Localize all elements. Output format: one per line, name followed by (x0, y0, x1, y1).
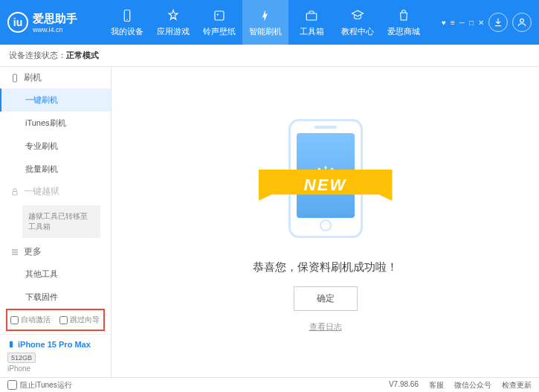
version-label: V7.98.66 (389, 380, 419, 391)
main-nav: 我的设备 应用游戏 铃声壁纸 智能刷机 工具箱 教程中心 爱思商城 (104, 0, 434, 45)
nav-apps-games[interactable]: 应用游戏 (150, 0, 196, 45)
sidebar-item-pro-flash[interactable]: 专业刷机 (0, 135, 111, 158)
nav-smart-flash[interactable]: 智能刷机 (242, 0, 288, 45)
close-icon[interactable]: ✕ (478, 19, 484, 27)
device-name[interactable]: iPhone 15 Pro Max (7, 339, 103, 350)
device-info: iPhone 15 Pro Max 512GB iPhone (0, 334, 111, 377)
sidebar: 刷机 一键刷机 iTunes刷机 专业刷机 批量刷机 一键越狱 越狱工具已转移至… (0, 67, 112, 377)
svg-point-3 (217, 13, 219, 15)
device-storage: 512GB (7, 353, 36, 363)
footer-link-wechat[interactable]: 微信公众号 (454, 380, 491, 391)
sidebar-header-flash[interactable]: 刷机 (0, 67, 111, 89)
sidebar-item-itunes-flash[interactable]: iTunes刷机 (0, 112, 111, 135)
main-content: NEW 恭喜您，保资料刷机成功啦！ 确定 查看日志 (112, 67, 539, 377)
checkbox-block-itunes[interactable]: 阻止iTunes运行 (7, 380, 72, 391)
svg-rect-6 (13, 74, 17, 82)
sidebar-item-batch-flash[interactable]: 批量刷机 (0, 158, 111, 181)
sidebar-item-oneclick-flash[interactable]: 一键刷机 (0, 89, 111, 112)
download-button[interactable] (488, 13, 508, 32)
nav-toolbox[interactable]: 工具箱 (288, 0, 335, 45)
minimize-icon[interactable]: ─ (459, 19, 465, 27)
status-value: 正常模式 (66, 50, 99, 61)
footer: 阻止iTunes运行 V7.98.66 客服 微信公众号 检查更新 (0, 377, 539, 392)
status-bar: 设备连接状态： 正常模式 (0, 45, 539, 67)
checkbox-skip-guide[interactable]: 跳过向导 (59, 315, 100, 325)
nav-my-device[interactable]: 我的设备 (104, 0, 150, 45)
svg-point-1 (126, 19, 128, 20)
maximize-icon[interactable]: □ (469, 19, 474, 27)
sidebar-item-download-firmware[interactable]: 下载固件 (0, 286, 111, 306)
ok-button[interactable]: 确定 (294, 286, 358, 311)
jailbreak-note: 越狱工具已转移至工具箱 (22, 205, 100, 238)
nav-store[interactable]: 爱思商城 (381, 0, 427, 45)
view-log-link[interactable]: 查看日志 (309, 321, 342, 332)
app-logo-icon: iu (7, 12, 28, 33)
nav-tutorial[interactable]: 教程中心 (335, 0, 381, 45)
sidebar-header-more[interactable]: 更多 (0, 241, 111, 263)
svg-rect-8 (10, 341, 13, 347)
settings-icon[interactable]: ♥ (442, 19, 446, 27)
window-controls: ♥ ≡ ─ □ ✕ (442, 19, 484, 27)
device-icon (7, 339, 15, 350)
success-illustration: NEW (251, 112, 400, 245)
app-title: 爱思助手 (33, 12, 77, 26)
menu-icon[interactable]: ≡ (451, 19, 455, 27)
nav-ringtone-wallpaper[interactable]: 铃声壁纸 (196, 0, 242, 45)
title-bar: iu 爱思助手 www.i4.cn 我的设备 应用游戏 铃声壁纸 智能刷机 工具… (0, 0, 539, 45)
sidebar-item-other-tools[interactable]: 其他工具 (0, 263, 111, 286)
checkbox-auto-activate[interactable]: 自动激活 (10, 315, 51, 325)
user-button[interactable] (512, 13, 532, 32)
footer-link-update[interactable]: 检查更新 (502, 380, 532, 391)
status-label: 设备连接状态： (9, 50, 66, 61)
app-url: www.i4.cn (33, 26, 77, 33)
phone-icon (10, 74, 19, 83)
device-type: iPhone (7, 364, 103, 373)
svg-rect-4 (306, 13, 317, 20)
sidebar-header-jailbreak[interactable]: 一键越狱 (0, 181, 111, 202)
svg-rect-7 (13, 191, 17, 195)
checkbox-row: 自动激活 跳过向导 (6, 309, 105, 331)
list-icon (10, 248, 19, 257)
footer-link-support[interactable]: 客服 (429, 380, 444, 391)
success-message: 恭喜您，保资料刷机成功啦！ (253, 260, 398, 274)
svg-rect-2 (215, 11, 224, 20)
lock-icon (10, 187, 19, 196)
svg-point-5 (520, 19, 524, 22)
logo-area: iu 爱思助手 www.i4.cn (7, 12, 104, 33)
